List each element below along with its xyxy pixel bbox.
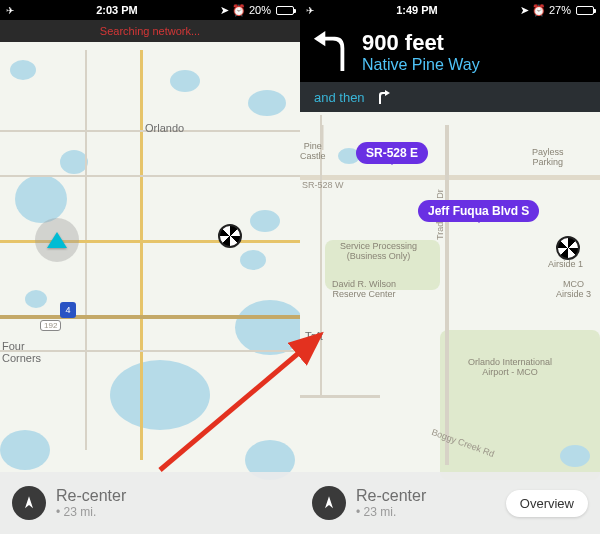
recenter-label: Re-center bbox=[356, 487, 426, 505]
label-service-processing: Service Processing (Business Only) bbox=[340, 242, 417, 262]
current-location-marker bbox=[35, 218, 79, 262]
label-payless: Payless Parking bbox=[532, 148, 564, 168]
battery-icon bbox=[274, 6, 294, 15]
location-arrow-icon: ➤ bbox=[220, 4, 229, 17]
recenter-button[interactable] bbox=[12, 486, 46, 520]
status-bar: ✈ 1:49 PM ➤ ⏰ 27% bbox=[300, 0, 600, 20]
route-label-528e: SR-528 E bbox=[356, 142, 428, 164]
left-screen: ✈ 2:03 PM ➤ ⏰ 20% Searching network... bbox=[0, 0, 300, 534]
label-pine-castle: Pine Castle bbox=[300, 142, 326, 162]
recenter-label: Re-center bbox=[56, 487, 126, 505]
label-wilson: David R. Wilson Reserve Center bbox=[332, 280, 396, 300]
label-airport: Orlando International Airport - MCO bbox=[468, 358, 552, 378]
route-shield-192: 192 bbox=[40, 320, 61, 331]
airplane-mode-icon: ✈ bbox=[6, 5, 14, 16]
overview-button[interactable]: Overview bbox=[506, 490, 588, 517]
map-canvas[interactable]: Orlando Four Corners 192 4 bbox=[0, 0, 300, 534]
and-then-label: and then bbox=[314, 90, 365, 105]
city-label-orlando: Orlando bbox=[145, 122, 184, 134]
distance-remaining: • 23 mi. bbox=[356, 505, 426, 519]
status-bar: ✈ 2:03 PM ➤ ⏰ 20% bbox=[0, 0, 300, 20]
label-airside3: MCO Airside 3 bbox=[556, 280, 591, 300]
road-label-528w: SR-528 W bbox=[302, 180, 344, 190]
nav-street: Native Pine Way bbox=[362, 56, 480, 74]
route-label-fuqua: Jeff Fuqua Blvd S bbox=[418, 200, 539, 222]
battery-icon bbox=[574, 6, 594, 15]
bottom-bar: Re-center • 23 mi. bbox=[0, 472, 300, 534]
turn-left-icon bbox=[312, 31, 350, 73]
status-time: 2:03 PM bbox=[14, 4, 220, 16]
destination-marker bbox=[556, 236, 580, 260]
city-label-four-corners: Four Corners bbox=[2, 340, 41, 364]
network-banner: Searching network... bbox=[0, 20, 300, 42]
turn-right-icon bbox=[375, 89, 391, 105]
battery-percent: 20% bbox=[249, 4, 271, 16]
destination-marker bbox=[218, 224, 242, 248]
label-taft: Taft bbox=[305, 330, 323, 342]
location-arrow-icon: ➤ bbox=[520, 4, 529, 17]
alarm-icon: ⏰ bbox=[532, 4, 546, 17]
nav-distance: 900 feet bbox=[362, 30, 480, 56]
status-time: 1:49 PM bbox=[314, 4, 520, 16]
bottom-bar: Re-center • 23 mi. Overview bbox=[300, 472, 600, 534]
alarm-icon: ⏰ bbox=[232, 4, 246, 17]
and-then-bar[interactable]: and then bbox=[300, 82, 600, 112]
nav-direction-panel[interactable]: 900 feet Native Pine Way bbox=[300, 20, 600, 82]
right-screen: ✈ 1:49 PM ➤ ⏰ 27% 900 feet Native Pine W… bbox=[300, 0, 600, 534]
label-airside1: Airside 1 bbox=[548, 260, 583, 270]
recenter-button[interactable] bbox=[312, 486, 346, 520]
screenshot-pair: ✈ 2:03 PM ➤ ⏰ 20% Searching network... bbox=[0, 0, 600, 534]
airplane-mode-icon: ✈ bbox=[306, 5, 314, 16]
distance-remaining: • 23 mi. bbox=[56, 505, 126, 519]
battery-percent: 27% bbox=[549, 4, 571, 16]
interstate-shield: 4 bbox=[60, 302, 76, 318]
